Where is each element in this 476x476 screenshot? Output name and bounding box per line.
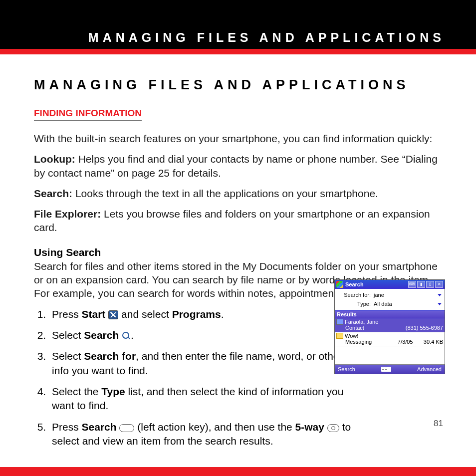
step-4: Select the Type list, and then select th… xyxy=(49,385,351,413)
page-content: MANAGING FILES AND APPLICATIONS FINDING … xyxy=(0,54,476,444)
step-5-search: Search xyxy=(82,421,117,433)
section-heading: FINDING INFORMATION xyxy=(34,108,142,121)
figure-softkey-left[interactable]: Search xyxy=(338,366,355,372)
step-3-searchfor: Search for xyxy=(84,350,136,362)
status-close-icon: ✕ xyxy=(435,281,443,288)
search-icon xyxy=(122,331,131,340)
figure-form: Search for: jane Type: All data xyxy=(335,289,445,310)
step-4-type: Type xyxy=(101,386,125,397)
windows-flag-icon xyxy=(336,281,343,288)
keyboard-icon[interactable] xyxy=(381,367,391,372)
page-number: 81 xyxy=(434,419,443,429)
step-5-text2: (left action key), and then use the xyxy=(134,421,295,433)
action-key-icon xyxy=(119,424,134,432)
five-way-icon xyxy=(327,424,339,432)
def-lookup: Lookup: Helps you find and dial your con… xyxy=(34,152,445,180)
figure-type-value[interactable]: All data xyxy=(374,301,438,307)
def-file-label: File Explorer: xyxy=(34,208,101,220)
step-3-text: Select xyxy=(52,350,84,362)
figure-softkey-right[interactable]: Advanced xyxy=(417,366,442,372)
figure-result-item[interactable]: Faraola, Jane Contact (831) 555-6987 xyxy=(335,318,445,332)
def-lookup-text: Helps you find and dial your contacts by… xyxy=(34,153,438,178)
step-2-text: Select xyxy=(52,329,84,341)
subheading-using-search: Using Search xyxy=(34,246,445,258)
figure-type-label: Type: xyxy=(338,301,374,307)
step-1-dot: . xyxy=(221,308,224,320)
step-5: Press Search (left action key), and then… xyxy=(49,420,351,449)
figure-result-item[interactable]: Wow! Messaging 7/3/05 30.4 KB xyxy=(335,332,445,346)
step-2-search: Search xyxy=(84,329,119,341)
figure-searchfor-label: Search for: xyxy=(338,292,374,298)
figure-item-meta1: (831) 555-6987 xyxy=(406,325,443,331)
figure-results-list: Faraola, Jane Contact (831) 555-6987 Wow… xyxy=(335,318,445,365)
header-bar: MANAGING FILES AND APPLICATIONS xyxy=(0,0,476,49)
step-1-text2: and select xyxy=(118,308,172,320)
dropdown-icon[interactable] xyxy=(438,303,442,305)
red-stripe-top xyxy=(0,49,476,54)
figure-title: Search xyxy=(345,281,406,287)
step-5-text: Press xyxy=(52,421,82,433)
step-1-programs: Programs xyxy=(172,308,221,320)
figure-softkey-bar: Search Advanced xyxy=(335,365,445,374)
search-app-figure: Search ⌨ ▮ ▯ ✕ Search for: jane Type: Al… xyxy=(334,279,445,374)
running-title: MANAGING FILES AND APPLICATIONS xyxy=(88,30,445,45)
figure-titlebar: Search ⌨ ▮ ▯ ✕ xyxy=(335,280,445,289)
contact-icon xyxy=(336,319,343,325)
figure-item-name: Wow! xyxy=(345,333,358,339)
def-search-text: Looks through the text in all the applic… xyxy=(72,188,378,199)
intro-paragraph: With the built-in search features on you… xyxy=(34,132,445,145)
status-battery-icon: ▯ xyxy=(426,281,434,288)
page-title: MANAGING FILES AND APPLICATIONS xyxy=(34,77,445,93)
def-fileexplorer: File Explorer: Lets you browse files and… xyxy=(34,207,445,235)
figure-results-header: Results xyxy=(335,310,445,318)
figure-searchfor-value[interactable]: jane xyxy=(374,292,438,298)
figure-item-name: Faraola, Jane xyxy=(345,319,378,325)
def-lookup-label: Lookup: xyxy=(34,153,75,165)
step-4-text: Select the xyxy=(52,386,101,397)
figure-item-kind: Contact xyxy=(345,325,406,331)
red-stripe-bottom xyxy=(0,467,476,476)
step-3: Select Search for, and then enter the fi… xyxy=(49,349,351,378)
titlebar-status-icons: ⌨ ▮ ▯ ✕ xyxy=(408,281,443,288)
figure-item-kind: Messaging xyxy=(345,339,398,345)
messaging-icon xyxy=(336,333,343,339)
figure-item-meta1: 7/3/05 xyxy=(398,339,424,345)
step-1: Press Start and select Programs. xyxy=(49,307,351,321)
status-signal-icon: ▮ xyxy=(417,281,425,288)
step-1-text: Press xyxy=(52,308,82,320)
def-search-label: Search: xyxy=(34,188,72,199)
step-5-5way: 5-way xyxy=(295,421,324,433)
status-char-icon: ⌨ xyxy=(408,281,416,288)
def-search: Search: Looks through the text in all th… xyxy=(34,187,445,200)
figure-item-meta2: 30.4 KB xyxy=(424,339,443,345)
step-1-start: Start xyxy=(82,308,106,320)
dropdown-icon[interactable] xyxy=(438,294,442,296)
step-2: Select Search . xyxy=(49,328,351,342)
step-2-dot: . xyxy=(131,329,134,341)
start-icon xyxy=(108,310,118,319)
figure-row-searchfor: Search for: jane xyxy=(338,290,442,299)
figure-row-type: Type: All data xyxy=(338,299,442,308)
